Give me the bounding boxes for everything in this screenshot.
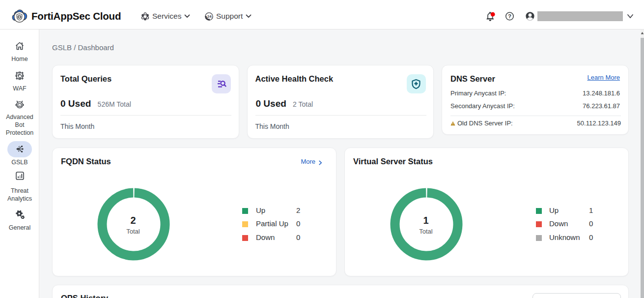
svg-text:?: ? (508, 13, 511, 19)
svg-text:24: 24 (207, 14, 212, 19)
